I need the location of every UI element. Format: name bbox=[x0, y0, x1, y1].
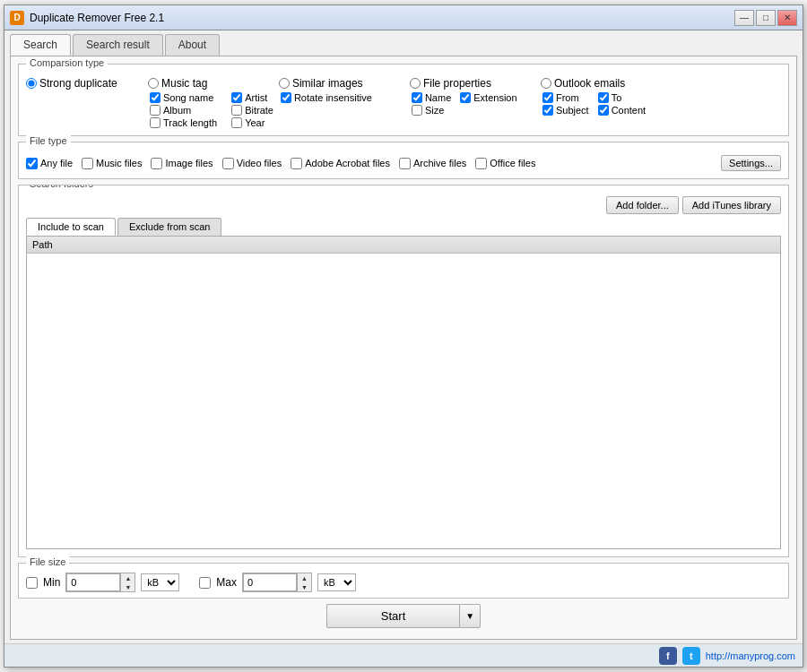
file-properties-suboptions: Name Size bbox=[412, 92, 535, 116]
max-unit-select[interactable]: kB MB GB bbox=[317, 573, 356, 591]
album-checkbox[interactable] bbox=[150, 105, 161, 116]
max-checkbox[interactable] bbox=[199, 577, 211, 589]
file-properties-label: File properties bbox=[423, 77, 491, 90]
video-files-label: Video files bbox=[237, 158, 282, 168]
min-label: Min bbox=[43, 576, 60, 589]
outlook-emails-suboptions: From Subject bbox=[542, 92, 657, 116]
file-properties-radio[interactable] bbox=[410, 78, 421, 89]
folder-table-container: Path bbox=[26, 236, 781, 549]
any-file-checkbox[interactable] bbox=[26, 158, 38, 169]
from-checkbox[interactable] bbox=[542, 92, 553, 103]
website-link[interactable]: http://manyprog.com bbox=[706, 650, 795, 661]
song-name-label: Song name bbox=[163, 92, 213, 103]
subject-checkbox[interactable] bbox=[542, 105, 553, 116]
min-value-input[interactable]: 0 bbox=[66, 573, 120, 591]
maximize-button[interactable]: □ bbox=[756, 10, 776, 26]
min-checkbox[interactable] bbox=[26, 577, 38, 589]
min-spinner: ▲ ▼ bbox=[120, 573, 134, 591]
song-name-checkbox[interactable] bbox=[150, 92, 161, 103]
max-value-input[interactable]: 0 bbox=[243, 573, 297, 591]
tab-search-result[interactable]: Search result bbox=[73, 34, 163, 56]
name-label: Name bbox=[425, 92, 451, 103]
music-tag-suboptions: Song name Album Track length bbox=[150, 92, 273, 128]
ft-any-file: Any file bbox=[26, 158, 73, 169]
min-spin-up[interactable]: ▲ bbox=[121, 573, 134, 582]
subtab-exclude-scan[interactable]: Exclude from scan bbox=[117, 218, 221, 236]
subtab-include-scan[interactable]: Include to scan bbox=[26, 218, 116, 236]
sub-song-name: Song name bbox=[150, 92, 217, 103]
extension-checkbox[interactable] bbox=[460, 92, 471, 103]
ft-adobe-acrobat: Adobe Acrobat files bbox=[291, 158, 390, 169]
facebook-icon[interactable]: f bbox=[659, 647, 677, 665]
music-files-checkbox[interactable] bbox=[82, 158, 93, 169]
similar-images-radio[interactable] bbox=[279, 78, 290, 89]
comparison-section: Comparsion type Strong duplicate Musi bbox=[18, 64, 789, 136]
name-checkbox[interactable] bbox=[412, 92, 422, 103]
artist-checkbox[interactable] bbox=[231, 92, 242, 103]
filesize-section: File size Min 0 ▲ ▼ kB MB GB bbox=[18, 563, 789, 599]
content-label: Content bbox=[612, 105, 646, 116]
music-tag-radio[interactable] bbox=[148, 78, 159, 89]
add-itunes-button[interactable]: Add iTunes library bbox=[682, 196, 781, 214]
min-spin-down[interactable]: ▼ bbox=[121, 582, 134, 591]
adobe-acrobat-checkbox[interactable] bbox=[291, 158, 302, 169]
strong-duplicate-label: Strong duplicate bbox=[39, 77, 117, 90]
similar-images-suboptions: Rotate insensitive bbox=[281, 92, 404, 103]
sub-content: Content bbox=[598, 105, 646, 116]
sub-bitrate: Bitrate bbox=[231, 105, 273, 116]
path-column-header: Path bbox=[27, 237, 780, 254]
min-unit-select[interactable]: kB MB GB bbox=[141, 573, 179, 591]
music-tag-label: Music tag bbox=[161, 77, 207, 90]
sub-from: From bbox=[542, 92, 589, 103]
content-checkbox[interactable] bbox=[598, 105, 609, 116]
image-files-checkbox[interactable] bbox=[151, 158, 162, 169]
size-checkbox[interactable] bbox=[412, 105, 422, 116]
ft-music-files: Music files bbox=[82, 158, 142, 169]
rotate-insensitive-checkbox[interactable] bbox=[281, 92, 291, 103]
office-files-checkbox[interactable] bbox=[475, 158, 487, 169]
start-button[interactable]: Start bbox=[326, 604, 459, 628]
album-label: Album bbox=[163, 105, 191, 116]
content-area: Search Search result About Comparsion ty… bbox=[4, 30, 803, 643]
app-icon-letter: D bbox=[13, 13, 20, 22]
sub-track-length: Track length bbox=[150, 117, 217, 128]
tab-about[interactable]: About bbox=[165, 34, 220, 56]
year-checkbox[interactable] bbox=[231, 117, 242, 128]
file-properties-header: File properties bbox=[410, 77, 535, 90]
title-bar: D Duplicate Remover Free 2.1 ― □ ✕ bbox=[4, 5, 803, 30]
start-dropdown-button[interactable]: ▼ bbox=[459, 604, 481, 628]
to-checkbox[interactable] bbox=[598, 92, 609, 103]
track-length-label: Track length bbox=[163, 117, 217, 128]
comp-music-tag: Music tag Song name bbox=[148, 77, 273, 128]
artist-label: Artist bbox=[245, 92, 267, 103]
app-icon: D bbox=[10, 11, 24, 25]
max-spin-up[interactable]: ▲ bbox=[298, 573, 311, 582]
any-file-label: Any file bbox=[40, 158, 73, 168]
add-folder-button[interactable]: Add folder... bbox=[606, 196, 679, 214]
start-row: Start ▼ bbox=[18, 604, 789, 628]
tab-search[interactable]: Search bbox=[10, 34, 71, 56]
bitrate-checkbox[interactable] bbox=[231, 105, 242, 116]
track-length-checkbox[interactable] bbox=[150, 117, 161, 128]
window-title: Duplicate Remover Free 2.1 bbox=[30, 12, 734, 24]
outlook-emails-radio[interactable] bbox=[541, 78, 551, 89]
video-files-checkbox[interactable] bbox=[222, 158, 234, 169]
settings-button[interactable]: Settings... bbox=[721, 155, 781, 171]
image-files-label: Image files bbox=[165, 158, 213, 168]
close-button[interactable]: ✕ bbox=[777, 10, 797, 26]
adobe-acrobat-label: Adobe Acrobat files bbox=[305, 158, 390, 168]
max-spin-down[interactable]: ▼ bbox=[298, 582, 311, 591]
minimize-button[interactable]: ― bbox=[734, 10, 754, 26]
ft-image-files: Image files bbox=[151, 158, 213, 169]
archive-files-checkbox[interactable] bbox=[399, 158, 411, 169]
size-label: Size bbox=[425, 105, 444, 116]
max-label: Max bbox=[216, 576, 237, 589]
outlook-emails-header: Outlook emails bbox=[541, 77, 657, 90]
search-folders-label: Search folders bbox=[26, 185, 97, 189]
sub-rotate-insensitive: Rotate insensitive bbox=[281, 92, 404, 103]
to-label: To bbox=[612, 92, 622, 103]
start-button-wrap: Start ▼ bbox=[326, 604, 481, 628]
twitter-icon[interactable]: t bbox=[682, 647, 700, 665]
strong-duplicate-radio[interactable] bbox=[26, 78, 37, 89]
min-value-wrap: 0 ▲ ▼ bbox=[65, 573, 135, 592]
